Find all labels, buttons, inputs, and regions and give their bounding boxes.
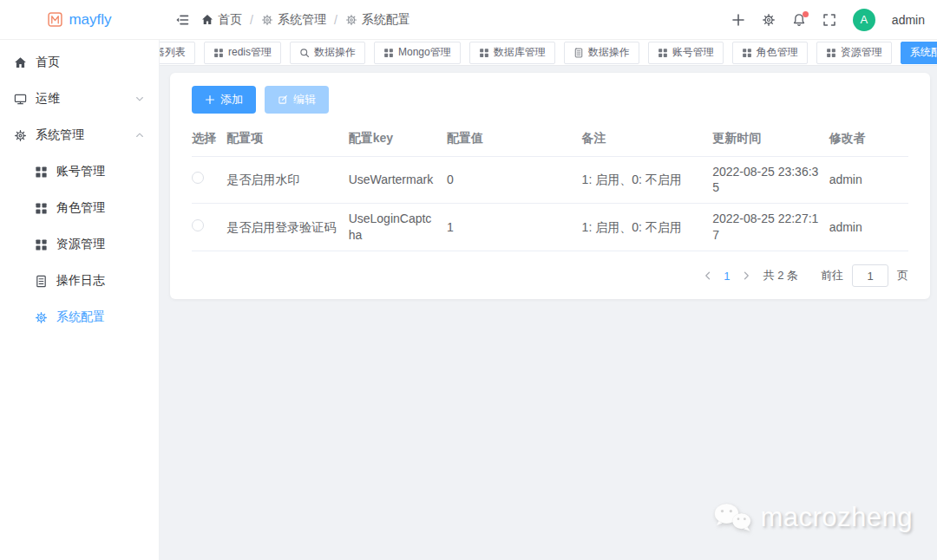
- breadcrumb-item-2[interactable]: 系统配置: [345, 12, 410, 28]
- logo[interactable]: mayfly: [0, 0, 160, 39]
- breadcrumb-separator: /: [250, 13, 253, 27]
- column-header: 配置值: [447, 121, 582, 156]
- tab-8[interactable]: 资源管理: [816, 42, 892, 64]
- cell-updated-time: 2022-08-25 23:36:35: [712, 156, 829, 204]
- header-main: 首页/系统管理/系统配置 A admin: [160, 0, 937, 39]
- bell-icon[interactable]: [792, 13, 806, 27]
- tab-2[interactable]: 数据操作: [290, 42, 365, 64]
- tab-label: 角色管理: [757, 45, 798, 60]
- cell-updated-time: 2022-08-25 22:27:17: [712, 204, 829, 251]
- plus-icon[interactable]: [731, 13, 745, 27]
- app-header: mayfly 首页/系统管理/系统配置 A admin: [0, 0, 937, 40]
- edit-button[interactable]: 编辑: [265, 86, 329, 114]
- prev-page-button[interactable]: [703, 270, 713, 281]
- sidebar-item-label: 操作日志: [56, 273, 105, 289]
- column-header: 配置项: [226, 121, 349, 156]
- cell-modifier: admin: [829, 204, 908, 251]
- watermark: macrozheng: [712, 498, 913, 537]
- tab-label: 器列表: [160, 45, 186, 60]
- tab-6[interactable]: 账号管理: [648, 42, 724, 64]
- header-actions: A admin: [731, 9, 925, 31]
- breadcrumb-item-1[interactable]: 系统管理: [261, 12, 326, 28]
- sidebar-item-4[interactable]: 角色管理: [0, 190, 159, 226]
- tab-9[interactable]: 系统配置: [901, 42, 937, 64]
- table-row: 是否启用登录验证码 UseLoginCaptcha 1 1: 启用、0: 不启用…: [192, 204, 908, 251]
- fullscreen-icon[interactable]: [822, 13, 836, 27]
- username[interactable]: admin: [892, 13, 925, 27]
- main-content: 添加 编辑 选择配置项配置key配置值备注更新时间修改者 是否启用水印 UseW…: [160, 66, 937, 560]
- edit-button-label: 编辑: [293, 92, 316, 107]
- home-icon: [14, 56, 27, 69]
- tab-0[interactable]: 器列表: [160, 42, 195, 64]
- breadcrumb-item-0[interactable]: 首页: [201, 12, 242, 28]
- breadcrumb-label: 首页: [218, 12, 242, 28]
- total-count: 共 2 条: [763, 268, 798, 283]
- notification-dot: [803, 11, 809, 17]
- toolbar: 添加 编辑: [192, 86, 908, 114]
- home-icon: [201, 14, 213, 26]
- cell-config-value: 1: [447, 204, 582, 251]
- grid-icon: [826, 48, 836, 58]
- page-suffix: 页: [897, 268, 908, 283]
- breadcrumb-label: 系统配置: [362, 12, 410, 28]
- sidebar-item-3[interactable]: 账号管理: [0, 153, 159, 190]
- add-button-label: 添加: [220, 92, 243, 107]
- document-icon: [35, 275, 48, 288]
- tab-label: 数据操作: [314, 45, 356, 60]
- row-radio[interactable]: [192, 219, 204, 231]
- row-radio[interactable]: [192, 172, 204, 184]
- fold-menu-icon[interactable]: [175, 13, 189, 27]
- gear-icon[interactable]: [762, 13, 776, 27]
- tab-5[interactable]: 数据操作: [564, 42, 639, 64]
- cell-config-name: 是否启用水印: [226, 156, 349, 204]
- wechat-icon: [712, 498, 752, 537]
- next-page-button[interactable]: [741, 270, 751, 281]
- grid-icon: [742, 48, 752, 58]
- tab-1[interactable]: redis管理: [204, 42, 281, 64]
- mayfly-logo-icon: [48, 12, 62, 27]
- grid-icon: [213, 48, 224, 58]
- sidebar-item-label: 系统配置: [56, 309, 105, 325]
- goto-page-input[interactable]: [852, 264, 888, 287]
- tab-3[interactable]: Mongo管理: [374, 42, 461, 64]
- monitor-icon: [14, 93, 27, 106]
- tab-label: redis管理: [228, 45, 272, 60]
- gear-icon: [14, 129, 27, 142]
- tab-4[interactable]: 数据库管理: [469, 42, 555, 64]
- sidebar-item-0[interactable]: 首页: [0, 44, 159, 81]
- grid-icon: [35, 202, 48, 215]
- breadcrumb: 首页/系统管理/系统配置: [201, 12, 410, 28]
- sidebar-item-7[interactable]: 系统配置: [0, 299, 159, 335]
- plus-icon: [205, 94, 215, 105]
- breadcrumb-label: 系统管理: [278, 12, 326, 28]
- current-page[interactable]: 1: [722, 270, 731, 283]
- add-button[interactable]: 添加: [192, 86, 256, 114]
- column-header: 修改者: [829, 121, 908, 156]
- sidebar-item-5[interactable]: 资源管理: [0, 226, 159, 263]
- avatar[interactable]: A: [853, 9, 875, 31]
- tab-label: 资源管理: [841, 45, 882, 60]
- breadcrumb-separator: /: [334, 13, 337, 27]
- sidebar-item-1[interactable]: 运维: [0, 81, 159, 117]
- edit-icon: [278, 94, 288, 105]
- system-config-card: 添加 编辑 选择配置项配置key配置值备注更新时间修改者 是否启用水印 UseW…: [170, 73, 930, 299]
- cell-config-value: 0: [447, 156, 582, 204]
- search-icon: [299, 48, 310, 58]
- goto-label: 前往: [821, 268, 843, 283]
- grid-icon: [35, 238, 48, 251]
- chevup-icon: [134, 130, 145, 140]
- sidebar-item-6[interactable]: 操作日志: [0, 263, 159, 299]
- grid-icon: [35, 166, 48, 179]
- watermark-text: macrozheng: [760, 502, 913, 533]
- column-header: 更新时间: [712, 121, 829, 156]
- sidebar-item-2[interactable]: 系统管理: [0, 117, 159, 153]
- tab-bar: 器列表redis管理数据操作Mongo管理数据库管理数据操作账号管理角色管理资源…: [160, 40, 937, 66]
- cell-config-key: UseWartermark: [349, 156, 447, 204]
- tab-label: 数据库管理: [494, 45, 546, 60]
- tab-7[interactable]: 角色管理: [732, 42, 808, 64]
- sidebar-item-label: 资源管理: [56, 237, 105, 252]
- table-header-row: 选择配置项配置key配置值备注更新时间修改者: [192, 121, 908, 156]
- grid-icon: [658, 48, 668, 58]
- column-header: 备注: [582, 121, 713, 156]
- tab-label: 账号管理: [672, 45, 714, 60]
